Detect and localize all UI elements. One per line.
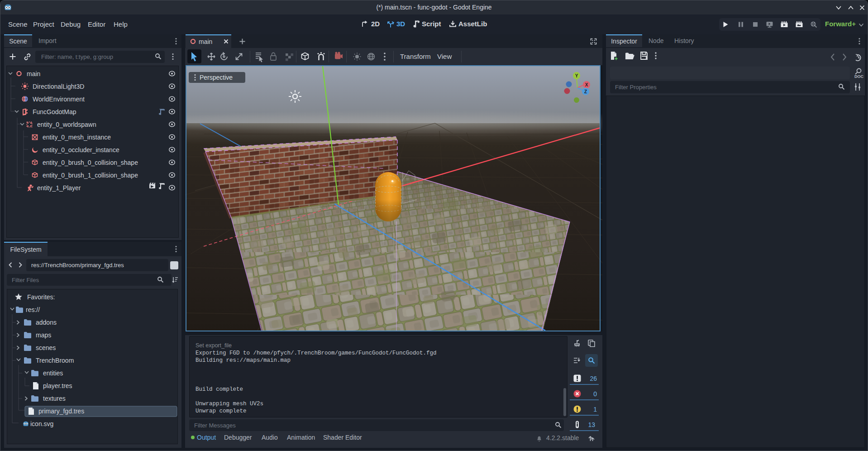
svg-text:entity_0_brush_0_collision_sha: entity_0_brush_0_collision_shape xyxy=(43,159,138,166)
svg-text:addons: addons xyxy=(36,319,57,326)
svg-text:icon.svg: icon.svg xyxy=(30,420,53,427)
svg-text:scenes: scenes xyxy=(36,344,56,351)
svg-text:res://: res:// xyxy=(26,306,40,313)
svg-text:DOC: DOC xyxy=(854,74,864,79)
svg-text:Transform: Transform xyxy=(400,53,431,60)
svg-text:entity_0_occluder_instance: entity_0_occluder_instance xyxy=(43,146,119,154)
svg-text:Favorites:: Favorites: xyxy=(27,293,55,301)
svg-text:Y: Y xyxy=(575,73,578,78)
svg-text:FuncGodotMap: FuncGodotMap xyxy=(33,108,76,115)
svg-text:entity_1_Player: entity_1_Player xyxy=(37,184,81,192)
svg-text:player.tres: player.tres xyxy=(43,382,72,389)
svg-text:entity_0_worldspawn: entity_0_worldspawn xyxy=(37,121,96,128)
svg-text:DirectionalLight3D: DirectionalLight3D xyxy=(33,83,84,90)
svg-text:textures: textures xyxy=(43,395,66,402)
svg-text:Perspective: Perspective xyxy=(200,74,233,81)
svg-text:WorldEnvironment: WorldEnvironment xyxy=(33,96,85,103)
svg-text:Z: Z xyxy=(584,89,587,94)
svg-text:X: X xyxy=(585,82,588,87)
svg-text:primary_fgd.tres: primary_fgd.tres xyxy=(38,408,84,415)
svg-text:entity_0_brush_1_collision_sha: entity_0_brush_1_collision_shape xyxy=(43,172,138,179)
svg-text:main: main xyxy=(27,70,40,77)
svg-text:entities: entities xyxy=(43,369,63,377)
svg-text:entity_0_mesh_instance: entity_0_mesh_instance xyxy=(43,134,111,141)
svg-text:View: View xyxy=(437,53,452,60)
svg-text:maps: maps xyxy=(36,331,51,339)
svg-text:TrenchBroom: TrenchBroom xyxy=(36,357,74,364)
